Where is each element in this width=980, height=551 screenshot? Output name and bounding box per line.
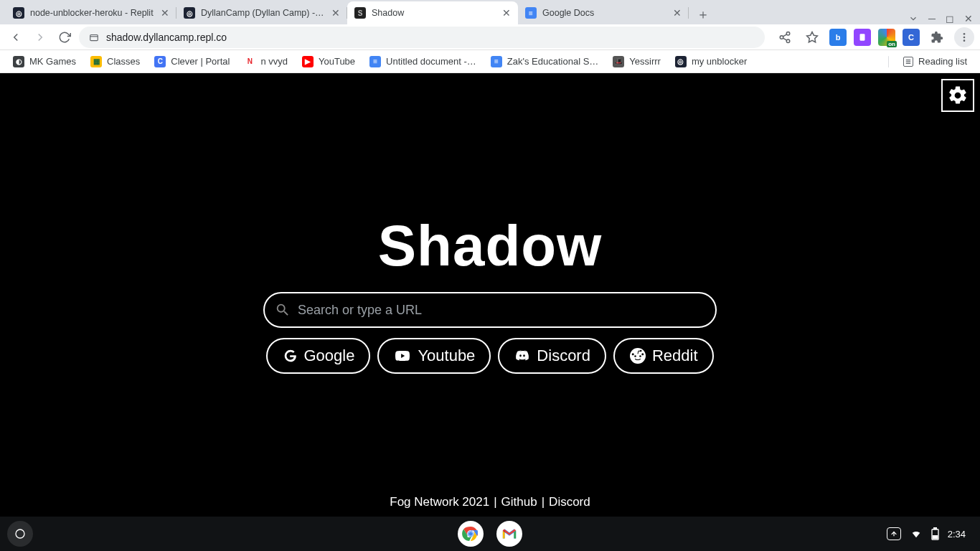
wifi-icon (910, 529, 923, 539)
tab-close-0[interactable]: ✕ (161, 8, 169, 18)
forward-button[interactable] (30, 27, 50, 47)
discord-icon (514, 349, 531, 363)
svg-rect-30 (933, 536, 937, 539)
reading-list-button[interactable]: Reading list (897, 53, 973, 70)
window-maximize-button[interactable]: ◻ (946, 13, 954, 24)
footer-sep-1: | (494, 495, 496, 509)
tab-1[interactable]: ◎ DyllanCamp (Dyllan Camp) - Repl ✕ (176, 1, 347, 24)
window-minimize-button[interactable]: ─ (928, 13, 936, 24)
svg-line-6 (783, 34, 786, 36)
page-content: Shadow Google Youtube Discord Reddit (0, 73, 980, 517)
bookmark-star-icon[interactable] (802, 27, 822, 47)
footer-link-github[interactable]: Github (501, 495, 537, 509)
youtube-icon (393, 349, 412, 363)
window-close-button[interactable]: ✕ (964, 13, 973, 24)
extension-b[interactable]: b (829, 29, 847, 46)
bookmark-icon-3: N (244, 56, 255, 67)
quicklink-google-label: Google (303, 347, 354, 365)
share-icon[interactable] (775, 27, 795, 47)
bookmark-label-6: Zak's Educational S… (507, 56, 599, 67)
chrome-icon (460, 523, 481, 545)
bookmark-item-3[interactable]: Nn vvyd (238, 53, 293, 70)
quicklink-discord[interactable]: Discord (498, 338, 606, 374)
chromeos-shelf: 2:34 (0, 517, 980, 551)
svg-point-9 (963, 33, 966, 35)
bookmark-label-3: n vvyd (260, 56, 288, 67)
extension-c[interactable]: C (903, 29, 920, 46)
tab-title-1: DyllanCamp (Dyllan Camp) - Repl (201, 8, 326, 18)
svg-line-5 (783, 38, 786, 40)
favicon-1: ◎ (184, 7, 195, 19)
bookmark-icon-2: C (154, 56, 166, 67)
bookmark-label-1: Classes (107, 56, 140, 67)
svg-point-11 (963, 39, 966, 42)
tab-title-2: Shadow (372, 8, 496, 18)
status-tray[interactable]: 2:34 (880, 521, 973, 547)
tab-close-2[interactable]: ✕ (502, 8, 511, 18)
tab-search-icon[interactable] (908, 14, 918, 24)
new-tab-button[interactable]: ＋ (693, 4, 713, 24)
footer-link-discord[interactable]: Discord (549, 495, 590, 509)
settings-button[interactable] (941, 79, 974, 112)
footer-sep-2: | (542, 495, 545, 509)
bookmark-item-8[interactable]: ◎my unblocker (669, 53, 753, 70)
address-bar-url: shadow.dyllancamp.repl.co (106, 32, 227, 43)
page-title: Shadow (378, 213, 603, 279)
svg-rect-29 (933, 527, 936, 529)
extension-profile[interactable]: on (878, 29, 895, 46)
svg-point-18 (639, 355, 641, 357)
extensions-puzzle-icon[interactable] (927, 27, 947, 47)
quicklink-discord-label: Discord (537, 347, 590, 365)
bookmark-item-7[interactable]: 🎩Yessirrr (607, 53, 666, 70)
quicklink-reddit[interactable]: Reddit (613, 338, 714, 374)
svg-point-20 (632, 353, 634, 355)
bookmark-item-2[interactable]: CClever | Portal (149, 53, 235, 70)
launcher-button[interactable] (7, 521, 33, 547)
bookmark-item-0[interactable]: ◐MK Games (7, 53, 82, 70)
site-info-icon[interactable] (89, 32, 99, 42)
tab-2-active[interactable]: S Shadow ✕ (347, 1, 518, 24)
bookmark-label-5: Untitled document -… (386, 56, 476, 67)
quicklink-youtube[interactable]: Youtube (377, 338, 491, 374)
bookmarks-bar: ◐MK Games ▦Classes CClever | Portal Nn v… (0, 50, 980, 73)
svg-rect-0 (90, 34, 98, 40)
bookmark-icon-6: ≡ (491, 56, 502, 67)
shelf-app-gmail[interactable] (496, 521, 522, 547)
tab-close-3[interactable]: ✕ (673, 8, 682, 18)
svg-point-10 (963, 36, 966, 38)
battery-icon (931, 527, 939, 540)
reload-button[interactable] (55, 27, 75, 47)
bookmark-item-1[interactable]: ▦Classes (85, 53, 146, 70)
tab-3[interactable]: ≡ Google Docs ✕ (518, 1, 689, 24)
bookmark-item-6[interactable]: ≡Zak's Educational S… (485, 53, 605, 70)
bookmark-label-8: my unblocker (692, 56, 747, 67)
extension-tw[interactable] (854, 29, 871, 46)
shelf-app-chrome[interactable] (458, 521, 484, 547)
search-input[interactable] (298, 303, 705, 318)
browser-toolbar: shadow.dyllancamp.repl.co b on C (0, 24, 980, 50)
bookmark-label-4: YouTube (319, 56, 355, 67)
tab-0[interactable]: ◎ node-unblocker-heroku - Replit ✕ (6, 1, 176, 24)
bookmark-icon-5: ≡ (369, 56, 381, 67)
favicon-2: S (354, 7, 366, 19)
tab-title-3: Google Docs (542, 8, 667, 18)
bookmark-item-4[interactable]: ▶YouTube (296, 53, 361, 70)
bookmark-icon-8: ◎ (675, 56, 687, 67)
svg-rect-8 (860, 34, 865, 40)
tab-close-1[interactable]: ✕ (331, 8, 340, 18)
back-button[interactable] (6, 27, 26, 47)
svg-point-4 (786, 39, 790, 43)
tote-icon (887, 527, 901, 540)
launcher-icon (14, 528, 26, 540)
address-bar[interactable]: shadow.dyllancamp.repl.co (79, 27, 765, 48)
shelf-pinned-apps (458, 521, 522, 547)
footer-copyright: Fog Network 2021 (390, 495, 489, 509)
browser-tabstrip: ◎ node-unblocker-heroku - Replit ✕ ◎ Dyl… (0, 0, 980, 24)
bookmark-icon-1: ▦ (90, 56, 102, 67)
search-bar[interactable] (263, 292, 717, 328)
gmail-icon (501, 527, 517, 540)
bookmark-item-5[interactable]: ≡Untitled document -… (364, 53, 482, 70)
quicklink-youtube-label: Youtube (418, 347, 475, 365)
chrome-menu-icon[interactable] (954, 27, 974, 47)
quicklink-google[interactable]: Google (266, 338, 370, 374)
